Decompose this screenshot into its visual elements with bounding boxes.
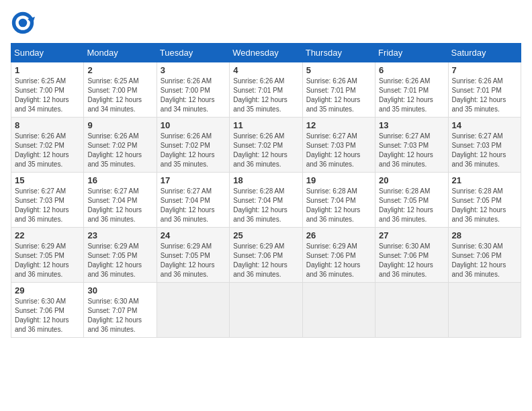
day-number: 15 (15, 175, 80, 185)
day-info: Sunrise: 6:26 AM Sunset: 7:01 PM Dayligh… (452, 77, 517, 114)
day-number: 9 (87, 120, 152, 130)
day-number: 3 (161, 65, 226, 75)
calendar-day-12: 12 Sunrise: 6:27 AM Sunset: 7:03 PM Dayl… (302, 118, 375, 173)
day-number: 26 (306, 230, 371, 240)
calendar-day-24: 24 Sunrise: 6:29 AM Sunset: 7:05 PM Dayl… (157, 228, 229, 283)
calendar-day-5: 5 Sunrise: 6:26 AM Sunset: 7:01 PM Dayli… (302, 62, 375, 118)
day-info: Sunrise: 6:30 AM Sunset: 7:06 PM Dayligh… (452, 242, 517, 279)
day-number: 20 (379, 175, 444, 185)
calendar-day-8: 8 Sunrise: 6:26 AM Sunset: 7:02 PM Dayli… (11, 118, 84, 173)
calendar-day-13: 13 Sunrise: 6:27 AM Sunset: 7:03 PM Dayl… (375, 118, 448, 173)
logo-icon (11, 11, 35, 35)
calendar-day-27: 27 Sunrise: 6:30 AM Sunset: 7:06 PM Dayl… (375, 228, 448, 283)
day-info: Sunrise: 6:27 AM Sunset: 7:04 PM Dayligh… (87, 187, 152, 224)
header-day-monday: Monday (84, 44, 157, 62)
day-number: 22 (15, 230, 80, 240)
day-number: 12 (306, 120, 371, 130)
empty-cell (302, 283, 375, 338)
calendar-day-14: 14 Sunrise: 6:27 AM Sunset: 7:03 PM Dayl… (448, 118, 521, 173)
calendar-week-1: 8 Sunrise: 6:26 AM Sunset: 7:02 PM Dayli… (11, 118, 521, 173)
calendar-week-3: 22 Sunrise: 6:29 AM Sunset: 7:05 PM Dayl… (11, 228, 521, 283)
calendar-day-29: 29 Sunrise: 6:30 AM Sunset: 7:06 PM Dayl… (11, 283, 84, 338)
day-number: 28 (452, 230, 517, 240)
svg-point-2 (19, 19, 28, 28)
empty-cell (230, 283, 302, 338)
calendar-day-19: 19 Sunrise: 6:28 AM Sunset: 7:04 PM Dayl… (302, 173, 375, 228)
day-info: Sunrise: 6:26 AM Sunset: 7:02 PM Dayligh… (15, 132, 80, 169)
day-number: 23 (87, 230, 152, 240)
day-number: 8 (15, 120, 80, 130)
day-number: 29 (15, 285, 80, 295)
day-info: Sunrise: 6:29 AM Sunset: 7:05 PM Dayligh… (15, 242, 80, 279)
header-row: SundayMondayTuesdayWednesdayThursdayFrid… (11, 44, 521, 62)
day-number: 13 (379, 120, 444, 130)
day-info: Sunrise: 6:27 AM Sunset: 7:04 PM Dayligh… (161, 187, 226, 224)
empty-cell (375, 283, 448, 338)
day-info: Sunrise: 6:28 AM Sunset: 7:05 PM Dayligh… (452, 187, 517, 224)
header-day-saturday: Saturday (448, 44, 521, 62)
calendar-day-9: 9 Sunrise: 6:26 AM Sunset: 7:02 PM Dayli… (84, 118, 157, 173)
day-info: Sunrise: 6:28 AM Sunset: 7:05 PM Dayligh… (379, 187, 444, 224)
day-info: Sunrise: 6:26 AM Sunset: 7:01 PM Dayligh… (379, 77, 444, 114)
header-day-tuesday: Tuesday (157, 44, 229, 62)
day-number: 11 (233, 120, 298, 130)
calendar-day-25: 25 Sunrise: 6:29 AM Sunset: 7:06 PM Dayl… (230, 228, 302, 283)
day-number: 24 (161, 230, 226, 240)
day-info: Sunrise: 6:27 AM Sunset: 7:03 PM Dayligh… (452, 132, 517, 169)
calendar-day-2: 2 Sunrise: 6:25 AM Sunset: 7:00 PM Dayli… (84, 62, 157, 118)
day-info: Sunrise: 6:26 AM Sunset: 7:00 PM Dayligh… (161, 77, 226, 114)
calendar-day-26: 26 Sunrise: 6:29 AM Sunset: 7:06 PM Dayl… (302, 228, 375, 283)
day-number: 25 (233, 230, 298, 240)
empty-cell (448, 283, 521, 338)
calendar-day-1: 1 Sunrise: 6:25 AM Sunset: 7:00 PM Dayli… (11, 62, 84, 118)
day-info: Sunrise: 6:28 AM Sunset: 7:04 PM Dayligh… (306, 187, 371, 224)
calendar-week-4: 29 Sunrise: 6:30 AM Sunset: 7:06 PM Dayl… (11, 283, 521, 338)
day-info: Sunrise: 6:27 AM Sunset: 7:03 PM Dayligh… (306, 132, 371, 169)
day-number: 21 (452, 175, 517, 185)
empty-cell (157, 283, 229, 338)
day-number: 10 (161, 120, 226, 130)
day-number: 17 (161, 175, 226, 185)
day-number: 30 (87, 285, 152, 295)
calendar-day-30: 30 Sunrise: 6:30 AM Sunset: 7:07 PM Dayl… (84, 283, 157, 338)
calendar-table: SundayMondayTuesdayWednesdayThursdayFrid… (11, 43, 521, 338)
day-info: Sunrise: 6:29 AM Sunset: 7:06 PM Dayligh… (306, 242, 371, 279)
calendar-day-16: 16 Sunrise: 6:27 AM Sunset: 7:04 PM Dayl… (84, 173, 157, 228)
calendar-day-17: 17 Sunrise: 6:27 AM Sunset: 7:04 PM Dayl… (157, 173, 229, 228)
page-header (11, 11, 521, 35)
day-number: 2 (87, 65, 152, 75)
calendar-day-10: 10 Sunrise: 6:26 AM Sunset: 7:02 PM Dayl… (157, 118, 229, 173)
day-info: Sunrise: 6:30 AM Sunset: 7:06 PM Dayligh… (15, 297, 80, 334)
calendar-day-18: 18 Sunrise: 6:28 AM Sunset: 7:04 PM Dayl… (230, 173, 302, 228)
day-info: Sunrise: 6:28 AM Sunset: 7:04 PM Dayligh… (233, 187, 298, 224)
day-number: 14 (452, 120, 517, 130)
header-day-thursday: Thursday (302, 44, 375, 62)
header-day-sunday: Sunday (11, 44, 84, 62)
calendar-day-11: 11 Sunrise: 6:26 AM Sunset: 7:02 PM Dayl… (230, 118, 302, 173)
calendar-day-4: 4 Sunrise: 6:26 AM Sunset: 7:01 PM Dayli… (230, 62, 302, 118)
day-info: Sunrise: 6:25 AM Sunset: 7:00 PM Dayligh… (15, 77, 80, 114)
calendar-header: SundayMondayTuesdayWednesdayThursdayFrid… (11, 44, 521, 62)
calendar-day-28: 28 Sunrise: 6:30 AM Sunset: 7:06 PM Dayl… (448, 228, 521, 283)
day-number: 1 (15, 65, 80, 75)
day-number: 27 (379, 230, 444, 240)
day-info: Sunrise: 6:29 AM Sunset: 7:06 PM Dayligh… (233, 242, 298, 279)
day-info: Sunrise: 6:29 AM Sunset: 7:05 PM Dayligh… (161, 242, 226, 279)
day-number: 18 (233, 175, 298, 185)
day-info: Sunrise: 6:27 AM Sunset: 7:03 PM Dayligh… (15, 187, 80, 224)
day-info: Sunrise: 6:26 AM Sunset: 7:02 PM Dayligh… (87, 132, 152, 169)
day-info: Sunrise: 6:26 AM Sunset: 7:01 PM Dayligh… (233, 77, 298, 114)
day-info: Sunrise: 6:26 AM Sunset: 7:02 PM Dayligh… (233, 132, 298, 169)
calendar-day-7: 7 Sunrise: 6:26 AM Sunset: 7:01 PM Dayli… (448, 62, 521, 118)
calendar-day-23: 23 Sunrise: 6:29 AM Sunset: 7:05 PM Dayl… (84, 228, 157, 283)
day-info: Sunrise: 6:30 AM Sunset: 7:07 PM Dayligh… (87, 297, 152, 334)
day-number: 4 (233, 65, 298, 75)
day-number: 19 (306, 175, 371, 185)
calendar-week-2: 15 Sunrise: 6:27 AM Sunset: 7:03 PM Dayl… (11, 173, 521, 228)
calendar-day-3: 3 Sunrise: 6:26 AM Sunset: 7:00 PM Dayli… (157, 62, 229, 118)
day-info: Sunrise: 6:26 AM Sunset: 7:02 PM Dayligh… (161, 132, 226, 169)
calendar-day-20: 20 Sunrise: 6:28 AM Sunset: 7:05 PM Dayl… (375, 173, 448, 228)
day-info: Sunrise: 6:27 AM Sunset: 7:03 PM Dayligh… (379, 132, 444, 169)
header-day-wednesday: Wednesday (230, 44, 302, 62)
logo (11, 11, 39, 35)
